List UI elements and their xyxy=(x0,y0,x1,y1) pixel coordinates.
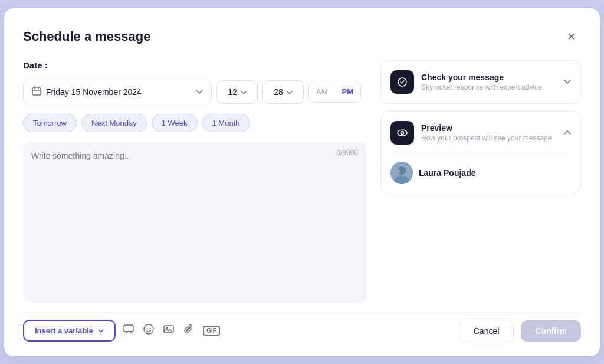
image-icon[interactable] xyxy=(163,323,175,338)
preview-header[interactable]: Preview How your prospect will see your … xyxy=(390,121,571,145)
left-panel: Date : Friday 15 November 2024 xyxy=(23,60,366,303)
modal-title: Schedule a message xyxy=(23,29,150,44)
svg-point-3 xyxy=(401,131,404,134)
minute-chevron-icon xyxy=(287,87,293,97)
svg-point-10 xyxy=(147,328,148,329)
svg-rect-8 xyxy=(124,325,133,332)
message-area-wrapper: 0/8000 xyxy=(23,142,366,303)
minute-value: 28 xyxy=(274,87,283,97)
quick-dates: Tomorrow Next Monday 1 Week 1 Month xyxy=(23,114,366,132)
preview-info: Preview How your prospect will see your … xyxy=(421,123,557,142)
contact-name: Laura Poujade xyxy=(419,168,475,178)
date-chevron-icon xyxy=(196,88,203,96)
toolbar-icons: GIF xyxy=(123,323,220,338)
footer-right: Cancel Confirm xyxy=(459,320,581,342)
date-picker[interactable]: Friday 15 November 2024 xyxy=(23,80,212,104)
svg-rect-0 xyxy=(32,88,41,95)
preview-card: Preview How your prospect will see your … xyxy=(380,111,581,194)
date-controls: Friday 15 November 2024 12 xyxy=(23,80,366,104)
gif-icon[interactable]: GIF xyxy=(203,326,220,336)
confirm-button[interactable]: Confirm xyxy=(521,320,581,342)
quick-date-1-month[interactable]: 1 Month xyxy=(202,114,250,132)
svg-point-13 xyxy=(166,327,168,329)
ampm-toggle: AM PM xyxy=(308,81,361,103)
check-message-info: Check your message Skyrocket response wi… xyxy=(421,73,557,91)
avatar xyxy=(390,162,413,184)
close-icon: × xyxy=(568,29,576,44)
close-button[interactable]: × xyxy=(562,27,581,46)
check-message-subtitle: Skyrocket response with expert advice xyxy=(421,83,557,91)
check-message-title: Check your message xyxy=(421,73,557,82)
preview-subtitle: How your prospect will see your message xyxy=(421,134,557,142)
check-message-chevron-icon xyxy=(564,77,571,86)
date-value: Friday 15 November 2024 xyxy=(46,87,191,97)
preview-title: Preview xyxy=(421,123,557,133)
minute-select[interactable]: 28 xyxy=(262,80,304,104)
insert-variable-chevron-icon xyxy=(98,326,104,335)
am-button[interactable]: AM xyxy=(309,81,335,102)
check-message-icon xyxy=(390,70,414,94)
quick-date-next-monday[interactable]: Next Monday xyxy=(81,114,147,132)
insert-variable-button[interactable]: Insert a variable xyxy=(23,320,116,342)
emoji-icon[interactable] xyxy=(143,323,155,338)
hour-chevron-icon xyxy=(241,87,247,97)
preview-icon xyxy=(390,121,414,145)
comment-icon[interactable] xyxy=(123,323,134,338)
hour-select[interactable]: 12 xyxy=(216,80,258,104)
right-panel: Check your message Skyrocket response wi… xyxy=(380,60,581,303)
char-count: 0/8000 xyxy=(336,149,358,157)
check-message-card: Check your message Skyrocket response wi… xyxy=(380,60,581,104)
preview-contact: Laura Poujade xyxy=(390,153,571,184)
svg-point-11 xyxy=(150,328,151,329)
attachment-icon[interactable] xyxy=(183,323,195,338)
check-message-header[interactable]: Check your message Skyrocket response wi… xyxy=(390,70,571,94)
calendar-icon xyxy=(32,86,41,98)
date-label: Date : xyxy=(23,60,366,70)
message-textarea[interactable] xyxy=(31,149,358,296)
pm-button[interactable]: PM xyxy=(335,81,361,102)
svg-point-2 xyxy=(398,130,407,136)
avatar-image xyxy=(390,162,413,184)
schedule-modal: Schedule a message × Date : Fri xyxy=(4,8,600,356)
modal-footer: Insert a variable xyxy=(23,312,581,342)
modal-body: Date : Friday 15 November 2024 xyxy=(23,60,581,303)
preview-chevron-icon xyxy=(564,128,571,137)
quick-date-1-week[interactable]: 1 Week xyxy=(152,114,198,132)
svg-point-9 xyxy=(144,324,153,334)
footer-left: Insert a variable xyxy=(23,320,220,342)
insert-variable-label: Insert a variable xyxy=(35,326,93,335)
modal-header: Schedule a message × xyxy=(23,27,581,46)
cancel-button[interactable]: Cancel xyxy=(459,320,514,342)
hour-value: 12 xyxy=(228,87,237,97)
quick-date-tomorrow[interactable]: Tomorrow xyxy=(23,114,77,132)
